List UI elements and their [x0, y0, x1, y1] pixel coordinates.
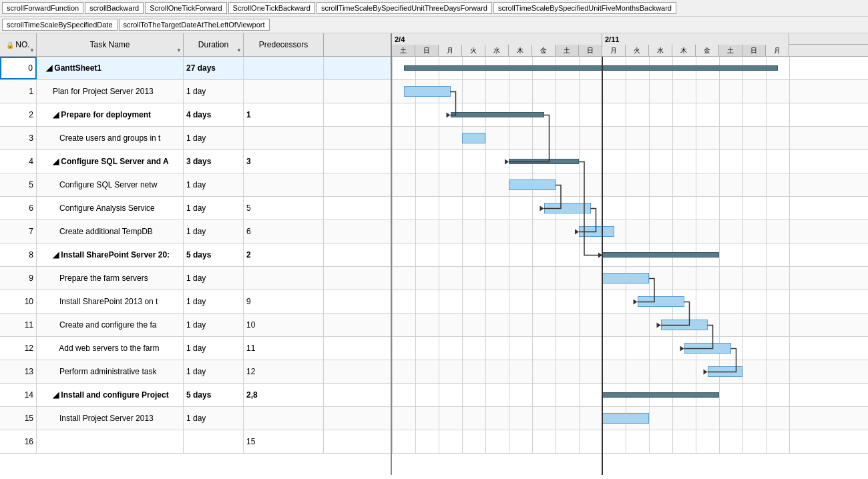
duration-dropdown-arrow[interactable]: ▼ — [236, 47, 242, 53]
cell-predecessors: 6 — [244, 220, 324, 243]
table-row[interactable]: 6 Configure Analysis Service1 day5 — [0, 197, 391, 220]
btn-scroll-backward[interactable]: scrollBackward — [85, 2, 144, 14]
btn-scroll-to-target-date[interactable]: scrollToTheTargetDateAtTheLeftOfViewport — [119, 19, 270, 31]
gantt-row — [392, 150, 868, 173]
cell-predecessors: 3 — [244, 150, 324, 173]
gantt-summary-bar[interactable] — [602, 392, 719, 398]
gantt-task-bar[interactable] — [661, 320, 708, 330]
header-taskname-label: Task Name — [89, 40, 130, 49]
gantt-row — [392, 290, 868, 314]
gantt-task-bar[interactable] — [462, 133, 485, 143]
gantt-summary-bar[interactable] — [451, 112, 544, 117]
table-row[interactable]: 9 Prepare the farm servers1 day — [0, 267, 391, 290]
cell-taskname: Configure Analysis Service — [37, 197, 184, 219]
cell-predecessors: 2,8 — [244, 384, 324, 406]
cell-taskname: Configure SQL Server netw — [37, 173, 184, 196]
btn-scroll-one-tick-forward[interactable]: ScrollOneTickForward — [145, 2, 226, 14]
cell-taskname: ◢ Install and configure Project — [37, 384, 184, 406]
gantt-task-bar[interactable] — [544, 203, 591, 213]
btn-scroll-five-months[interactable]: scrollTimeScaleBySpecifiedUnitFiveMonths… — [493, 2, 676, 14]
gantt-task-bar[interactable] — [404, 86, 451, 97]
table-row[interactable]: 0 ◢ GanttSheet127 days — [0, 57, 391, 80]
gantt-task-bar[interactable] — [708, 366, 743, 377]
main-area: 🔒 NO. ▼ Task Name ▼ Duration ▼ Predecess… — [0, 33, 868, 475]
cell-predecessors: 12 — [244, 360, 324, 383]
cell-duration: 1 day — [184, 127, 244, 149]
cell-no: 5 — [0, 173, 37, 196]
table-row[interactable]: 7 Create additional TempDB1 day6 — [0, 220, 391, 244]
gantt-row — [392, 267, 868, 290]
gantt-task-bar[interactable] — [602, 273, 649, 284]
cell-duration: 1 day — [184, 267, 244, 290]
gantt-task-bar[interactable] — [579, 226, 614, 237]
table-row[interactable]: 1 Plan for Project Server 20131 day — [0, 80, 391, 103]
cell-duration: 1 day — [184, 197, 244, 219]
gantt-day-cell: 火 — [626, 45, 649, 56]
btn-scroll-by-date[interactable]: scrollTimeScaleBySpecifiedDate — [2, 19, 118, 31]
table-row[interactable]: 12 Add web servers to the farm1 day11 — [0, 337, 391, 360]
gantt-day-cell: 土 — [719, 45, 742, 56]
table-row[interactable]: 14 ◢ Install and configure Project5 days… — [0, 384, 391, 407]
gantt-summary-bar[interactable] — [602, 252, 719, 258]
table-row[interactable]: 4 ◢ Configure SQL Server and A3 days3 — [0, 150, 391, 173]
table-row[interactable]: 8 ◢ Install SharePoint Server 20:5 days2 — [0, 244, 391, 267]
table-row[interactable]: 16 15 — [0, 430, 391, 454]
cell-no: 14 — [0, 384, 37, 406]
gantt-day-cell: 水 — [649, 45, 672, 56]
cell-no: 13 — [0, 360, 37, 383]
gantt-summary-bar[interactable] — [404, 65, 778, 71]
table-row[interactable]: 10 Install SharePoint 2013 on t1 day9 — [0, 290, 391, 314]
cell-taskname: Create users and groups in t — [37, 127, 184, 149]
gantt-header: 2/42/11 土日月火水木金土日月火水木金土日月 — [392, 33, 868, 57]
cell-duration — [184, 430, 244, 453]
cell-no: 2 — [0, 103, 37, 126]
cell-no: 11 — [0, 314, 37, 336]
cell-predecessors — [244, 407, 324, 430]
table-row[interactable]: 2 ◢ Prepare for deployment4 days1 — [0, 103, 391, 127]
taskname-dropdown-arrow[interactable]: ▼ — [176, 47, 182, 53]
gantt-day-cell: 月 — [439, 45, 462, 56]
gantt-week-label: 2/4 — [392, 33, 602, 45]
header-taskname: Task Name ▼ — [37, 33, 184, 56]
cell-duration: 27 days — [184, 57, 244, 79]
btn-scroll-one-tick-backward[interactable]: ScrollOneTickBackward — [228, 2, 315, 14]
cell-duration: 1 day — [184, 80, 244, 103]
cell-taskname: Create additional TempDB — [37, 220, 184, 243]
cell-predecessors: 1 — [244, 103, 324, 126]
gantt-day-cell: 月 — [602, 45, 626, 56]
table-row[interactable]: 5 Configure SQL Server netw1 day — [0, 173, 391, 197]
cell-no: 6 — [0, 197, 37, 219]
gantt-row — [392, 57, 868, 80]
cell-predecessors — [244, 57, 324, 79]
table-row[interactable]: 13 Perform administrative task1 day12 — [0, 360, 391, 384]
gantt-row — [392, 430, 868, 454]
cell-no: 15 — [0, 407, 37, 430]
grid-header: 🔒 NO. ▼ Task Name ▼ Duration ▼ Predecess… — [0, 33, 391, 57]
table-row[interactable]: 3 Create users and groups in t1 day — [0, 127, 391, 150]
gantt-rows — [392, 57, 868, 475]
gantt-task-bar[interactable] — [684, 343, 731, 354]
gantt-task-bar[interactable] — [509, 179, 556, 190]
cell-duration: 1 day — [184, 220, 244, 243]
gantt-day-cell: 土 — [556, 45, 579, 56]
cell-duration: 1 day — [184, 407, 244, 430]
gantt-task-bar[interactable] — [638, 296, 684, 307]
cell-taskname: ◢ Install SharePoint Server 20: — [37, 244, 184, 266]
cell-taskname: Install Project Server 2013 — [37, 407, 184, 430]
cell-duration: 5 days — [184, 384, 244, 406]
btn-scroll-three-days[interactable]: scrollTimeScaleBySpecifiedUnitThreeDaysF… — [316, 2, 492, 14]
table-row[interactable]: 11 Create and configure the fa1 day10 — [0, 314, 391, 337]
cell-duration: 1 day — [184, 290, 244, 313]
no-dropdown-arrow[interactable]: ▼ — [29, 47, 35, 53]
gantt-summary-bar[interactable] — [509, 159, 579, 164]
cell-duration: 1 day — [184, 337, 244, 360]
btn-scroll-forward[interactable]: scrollForwardFunction — [2, 2, 83, 14]
cell-duration: 1 day — [184, 360, 244, 383]
gantt-day-cell: 水 — [485, 45, 509, 56]
table-row[interactable]: 15 Install Project Server 20131 day — [0, 407, 391, 430]
cell-predecessors — [244, 80, 324, 103]
header-predecessors: Predecessors — [244, 33, 324, 56]
cell-duration: 3 days — [184, 150, 244, 173]
gantt-task-bar[interactable] — [602, 413, 649, 424]
cell-taskname: ◢ GanttSheet1 — [37, 57, 184, 79]
